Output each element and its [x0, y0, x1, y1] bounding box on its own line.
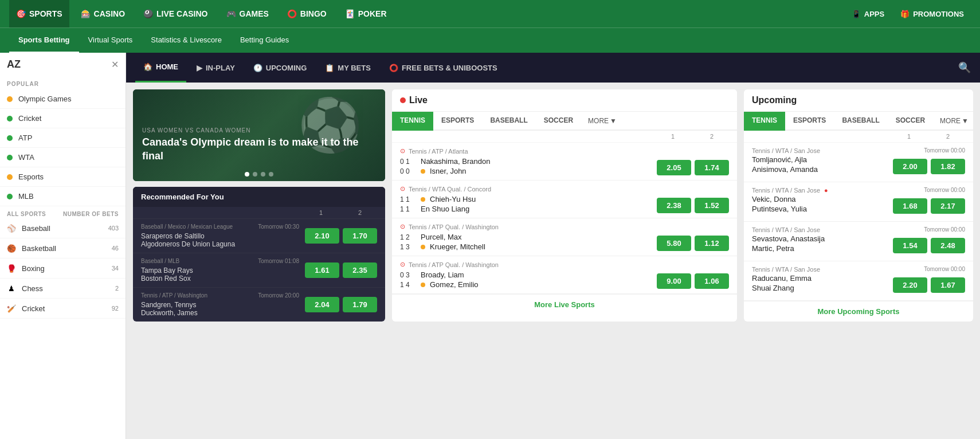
sidebar-item-basketball[interactable]: 🏀 Basketball 46 [0, 238, 126, 258]
left-panel: ⚽ USA WOMEN VS CANADA WOMEN Canada's Oly… [133, 89, 385, 322]
live-casino-icon: 🎱 [143, 9, 153, 18]
sidebar-basketball-label: Basketball [22, 244, 56, 253]
rec-match-1-odd1[interactable]: 1.61 [305, 262, 339, 278]
upcoming-match-2-player2: Martic, Petra [752, 244, 893, 253]
top-nav-bingo[interactable]: ⭕ BINGO [280, 0, 334, 28]
sidebar-item-mlb[interactable]: MLB [0, 187, 126, 206]
atp-dot [7, 135, 13, 141]
sidebar-item-atp[interactable]: ATP [0, 128, 126, 148]
upcoming-match-3: Tennis / WTA / San Jose Tomorrow 00:00 R… [744, 261, 973, 301]
content-area: 🏠 HOME ▶ IN-PLAY 🕐 UPCOMING 📋 MY BETS ⭕ … [126, 53, 980, 439]
live-match-3-odd1[interactable]: 9.00 [657, 273, 691, 289]
upcoming-tab-baseball[interactable]: BASEBALL [834, 112, 887, 131]
upcoming-match-0-meta: Tennis / WTA / San Jose [752, 147, 820, 154]
upcoming-tab-soccer[interactable]: SOCCER [888, 112, 933, 131]
top-nav-poker[interactable]: 🃏 POKER [338, 0, 394, 28]
subnav-sports-betting[interactable]: Sports Betting [9, 28, 79, 53]
main-layout: AZ ✕ POPULAR Olympic Games Cricket ATP [0, 53, 980, 439]
banner-dot-3[interactable] [261, 172, 265, 177]
upcoming-match-1-odd1[interactable]: 1.68 [893, 198, 927, 214]
basketball-count: 46 [112, 245, 119, 252]
live-match-0-odd2[interactable]: 1.74 [695, 160, 729, 175]
home-icon: 🏠 [143, 62, 152, 71]
subnav-betting-guides[interactable]: Betting Guides [231, 28, 298, 53]
subnav-virtual-sports[interactable]: Virtual Sports [79, 28, 142, 53]
live-match-3-player2: Gomez, Emilio [430, 280, 657, 289]
live-tab-more[interactable]: MORE ▼ [581, 112, 624, 130]
promotions-button[interactable]: 🎁 PROMOTIONS [893, 10, 971, 18]
rec-match-0-odd2[interactable]: 1.70 [343, 228, 377, 244]
subnav-statistics[interactable]: Statistics & Livescore [142, 28, 231, 53]
sidebar-close-button[interactable]: ✕ [111, 59, 119, 70]
apps-button[interactable]: 📱 APPS [845, 10, 891, 18]
rec-match-0-team2: Algodoneros De Union Laguna [141, 240, 299, 248]
upcoming-tab-tennis[interactable]: TENNIS [744, 112, 785, 131]
sidebar-item-baseball[interactable]: ⚾ Baseball 403 [0, 218, 126, 238]
snav-my-bets[interactable]: 📋 MY BETS [317, 53, 379, 83]
upcoming-tab-esports[interactable]: ESPORTS [785, 112, 834, 131]
upcoming-match-0-odd2[interactable]: 1.82 [931, 159, 965, 174]
snav-upcoming[interactable]: 🕐 UPCOMING [245, 53, 315, 83]
upcoming-chevron-down-icon: ▼ [962, 117, 969, 125]
top-nav-live-casino[interactable]: 🎱 LIVE CASINO [136, 0, 214, 28]
live-match-0-odd1[interactable]: 2.05 [657, 160, 691, 175]
sidebar-item-cricket[interactable]: Cricket [0, 109, 126, 128]
live-panel: Live TENNIS ESPORTS BASEBALL SOCCER MORE… [392, 89, 737, 322]
live-tab-soccer[interactable]: SOCCER [536, 112, 581, 131]
live-match-0-meta: Tennis / ATP / Atlanta [409, 148, 468, 155]
sports-label: SPORTS [29, 9, 62, 18]
rec-match-0: Baseball / Mexico / Mexican League Tomor… [133, 218, 385, 253]
sidebar-item-wta[interactable]: WTA [0, 148, 126, 167]
upcoming-panel: Upcoming TENNIS ESPORTS BASEBALL SOCCER … [744, 89, 973, 322]
upcoming-match-1-odd2[interactable]: 2.17 [931, 198, 965, 214]
snav-free-bets[interactable]: ⭕ FREE BETS & UNIBOOSTS [381, 53, 505, 83]
sidebar-item-chess[interactable]: ♟ Chess 2 [0, 279, 126, 299]
live-tab-baseball[interactable]: BASEBALL [482, 112, 535, 131]
sidebar-item-olympic-games[interactable]: Olympic Games [0, 89, 126, 109]
more-live-sports-link[interactable]: More Live Sports [392, 294, 737, 315]
top-nav-casino[interactable]: 🎰 CASINO [74, 0, 132, 28]
snav-in-play[interactable]: ▶ IN-PLAY [189, 53, 243, 83]
live-serve-dot-2 [421, 245, 425, 249]
rec-match-2-odd2[interactable]: 1.79 [343, 297, 377, 312]
live-match-3-odd2[interactable]: 1.06 [695, 273, 729, 289]
sidebar-item-cricket2[interactable]: 🏏 Cricket 92 [0, 299, 126, 319]
upcoming-match-3-meta: Tennis / WTA / San Jose [752, 266, 820, 273]
free-bets-icon: ⭕ [389, 64, 398, 72]
live-tab-tennis[interactable]: TENNIS [392, 112, 433, 131]
upcoming-tab-more[interactable]: MORE ▼ [933, 112, 973, 130]
upcoming-match-0-odd1[interactable]: 2.00 [893, 159, 927, 174]
rec-match-2-team1: Sandgren, Tennys [141, 301, 299, 309]
banner-dot-4[interactable] [269, 172, 273, 177]
search-button[interactable]: 🔍 [958, 62, 971, 73]
live-tab-esports[interactable]: ESPORTS [433, 112, 482, 131]
live-match-1-odd2[interactable]: 1.52 [695, 198, 729, 213]
upcoming-match-2-odd1[interactable]: 1.54 [893, 238, 927, 253]
snav-home[interactable]: 🏠 HOME [135, 53, 186, 83]
sidebar-item-boxing[interactable]: 🥊 Boxing 34 [0, 258, 126, 279]
live-match-2-odd1[interactable]: 5.80 [657, 236, 691, 251]
sports-main-nav: 🏠 HOME ▶ IN-PLAY 🕐 UPCOMING 📋 MY BETS ⭕ … [126, 53, 980, 83]
upcoming-match-3-odd1[interactable]: 2.20 [893, 277, 927, 293]
live-match-2-odd2[interactable]: 1.12 [695, 236, 729, 251]
live-match-3: ⊙ Tennis / ATP Qual. / Washington 0 3 Br… [392, 256, 737, 294]
casino-icon: 🎰 [81, 9, 91, 18]
live-match-1-player2: En Shuo Liang [421, 205, 657, 213]
top-nav-sports[interactable]: 🎯 SPORTS [9, 0, 69, 28]
rec-match-2-odd1[interactable]: 2.04 [305, 297, 339, 312]
rec-match-2-time: Tomorrow 20:00 [258, 292, 299, 299]
top-nav-games[interactable]: 🎮 GAMES [219, 0, 276, 28]
rec-col2: 2 [343, 209, 377, 216]
live-match-1-odd1[interactable]: 2.38 [657, 198, 691, 213]
upcoming-match-3-odd2[interactable]: 1.67 [931, 277, 965, 293]
rec-match-0-odd1[interactable]: 2.10 [305, 228, 339, 244]
banner-dot-1[interactable] [245, 172, 249, 177]
upcoming-match-2-odd2[interactable]: 2.48 [931, 238, 965, 253]
more-upcoming-sports-link[interactable]: More Upcoming Sports [744, 301, 973, 322]
live-match-2: ⊙ Tennis / ATP Qual. / Washington 1 2 Pu… [392, 218, 737, 256]
rec-match-1-odd2[interactable]: 2.35 [343, 262, 377, 278]
baseball-count: 403 [108, 225, 119, 232]
upcoming-match-0: Tennis / WTA / San Jose Tomorrow 00:00 T… [744, 143, 973, 182]
sidebar-item-esports[interactable]: Esports [0, 167, 126, 187]
banner-dot-2[interactable] [253, 172, 257, 177]
